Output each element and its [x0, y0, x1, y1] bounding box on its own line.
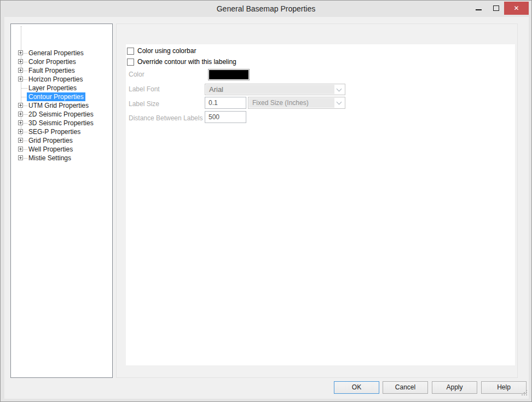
tree-expand-icon[interactable]	[18, 155, 23, 160]
tree-item-color-properties[interactable]: Color Properties	[11, 57, 112, 66]
label-font-value: Arial	[209, 84, 223, 95]
color-using-colorbar-checkbox[interactable]	[127, 48, 134, 55]
tree-item-utm-grid-properties[interactable]: UTM Grid Properties	[11, 101, 112, 110]
tree-item-2d-seismic-properties[interactable]: 2D Seismic Properties	[11, 110, 112, 119]
tree-item-label[interactable]: Grid Properties	[27, 136, 74, 145]
tree-item-label[interactable]: Contour Properties	[27, 92, 85, 101]
tree-item-label[interactable]: Color Properties	[27, 57, 78, 66]
close-icon: ✕	[513, 4, 519, 12]
label-size-input[interactable]	[205, 97, 246, 109]
tree-item-mistie-settings[interactable]: Mistie Settings	[11, 154, 112, 162]
tree-item-label[interactable]: 2D Seismic Properties	[27, 110, 95, 119]
minimize-button[interactable]	[470, 2, 487, 15]
title-bar: General Basemap Properties ✕	[1, 1, 531, 17]
tree-item-grid-properties[interactable]: Grid Properties	[11, 136, 112, 145]
label-size-unit-value: Fixed Size (Inches)	[252, 97, 309, 108]
properties-tree: General Properties Color Properties Faul…	[10, 24, 113, 378]
distance-between-labels-input[interactable]	[205, 111, 246, 123]
ok-button[interactable]: OK	[334, 381, 379, 394]
chevron-down-icon	[337, 100, 342, 105]
tree-expand-icon[interactable]	[18, 50, 23, 55]
tree-expand-icon[interactable]	[18, 77, 23, 81]
tree-item-label[interactable]: Well Properties	[27, 145, 74, 154]
help-button[interactable]: Help	[481, 381, 527, 394]
chevron-down-icon	[337, 86, 342, 91]
override-contour-label[interactable]: Override contour with this labeling	[137, 57, 236, 66]
minimize-icon	[476, 9, 482, 10]
tree-expand-icon[interactable]	[18, 112, 23, 116]
tree-item-label[interactable]: Fault Properties	[27, 66, 77, 75]
dropdown-fill	[206, 85, 334, 94]
label-size-field-label: Label Size	[129, 100, 159, 108]
tree-item-label[interactable]: UTM Grid Properties	[27, 101, 90, 110]
dialog-window: General Basemap Properties ✕ General Pro…	[0, 0, 532, 402]
tree-expand-icon[interactable]	[18, 120, 23, 125]
tree-expand-icon[interactable]	[18, 103, 23, 108]
label-font-dropdown[interactable]: Arial	[205, 84, 345, 95]
cancel-button[interactable]: Cancel	[383, 381, 428, 394]
color-using-colorbar-label[interactable]: Color using colorbar	[137, 46, 196, 55]
maximize-button[interactable]	[488, 2, 504, 15]
tree-item-general-properties[interactable]: General Properties	[11, 49, 112, 57]
apply-button[interactable]: Apply	[432, 381, 477, 394]
override-contour-checkbox[interactable]	[127, 59, 134, 66]
tree-expand-icon[interactable]	[18, 147, 23, 152]
tree-expand-icon[interactable]	[18, 68, 23, 73]
label-font-field-label: Label Font	[129, 85, 160, 94]
tree-item-layer-properties[interactable]: Layer Properties	[11, 84, 112, 92]
dialog-title: General Basemap Properties	[1, 1, 531, 17]
close-button[interactable]: ✕	[504, 2, 529, 15]
tree-item-label[interactable]: General Properties	[27, 49, 85, 57]
tree-item-fault-properties[interactable]: Fault Properties	[11, 66, 112, 75]
tree-item-label[interactable]: Horizon Properties	[27, 75, 84, 84]
label-size-unit-dropdown[interactable]: Fixed Size (Inches)	[248, 97, 345, 109]
tree-item-3d-seismic-properties[interactable]: 3D Seismic Properties	[11, 119, 112, 127]
color-swatch-button[interactable]	[208, 69, 250, 80]
color-swatch-value	[209, 70, 248, 79]
tree-item-label[interactable]: Mistie Settings	[27, 154, 73, 162]
tree-expand-icon[interactable]	[18, 59, 23, 64]
tree-item-contour-properties[interactable]: Contour Properties	[11, 92, 112, 101]
tree-item-label[interactable]: Layer Properties	[27, 84, 78, 92]
tree-item-well-properties[interactable]: Well Properties	[11, 145, 112, 154]
resize-grip[interactable]	[521, 389, 528, 397]
tree-item-label[interactable]: 3D Seismic Properties	[27, 119, 95, 127]
tree-item-horizon-properties[interactable]: Horizon Properties	[11, 75, 112, 84]
tree-expand-icon[interactable]	[18, 129, 23, 134]
distance-between-labels-label: Distance Between Labels	[129, 114, 203, 123]
maximize-icon	[493, 5, 499, 11]
tree-expand-icon[interactable]	[18, 138, 23, 143]
color-field-label: Color	[129, 70, 144, 79]
tree-item-label[interactable]: SEG-P Properties	[27, 127, 82, 136]
tree-item-segp-properties[interactable]: SEG-P Properties	[11, 127, 112, 136]
